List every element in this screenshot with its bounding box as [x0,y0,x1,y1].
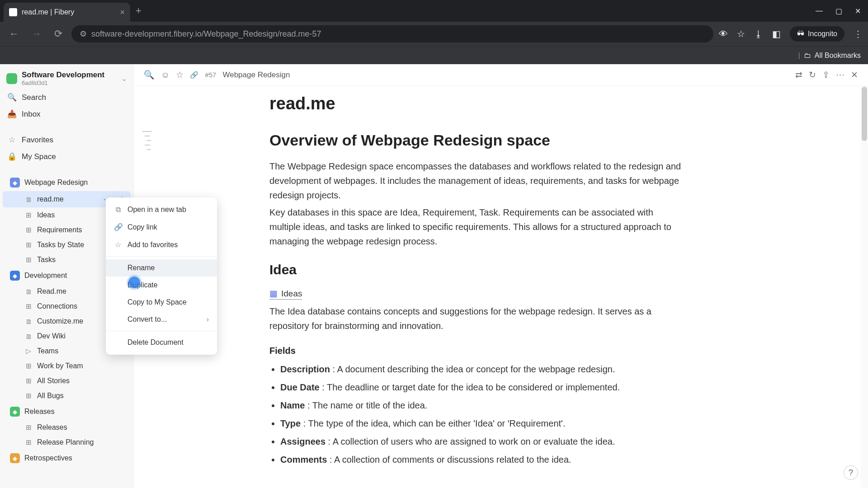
scrollbar-track[interactable] [861,86,868,488]
inbox-icon: 📥 [7,109,16,119]
search-icon[interactable]: 🔍 [144,70,155,80]
field-item[interactable]: Type : The type of the idea, which can b… [280,416,685,431]
space-name: Releases [24,408,55,416]
browser-menu-icon[interactable]: ⋮ [854,28,863,39]
expand-collapse-icon[interactable]: ⇄ [795,70,802,80]
new-tab-button[interactable]: + [136,5,142,17]
workspace-switcher[interactable]: Software Development 6ad8d3d1 ⌄ [0,64,133,89]
heading-fields[interactable]: Fields [269,346,685,356]
tree-item-label: Tasks [37,256,56,264]
space-header[interactable]: ◆Retrospectives [3,450,131,466]
browser-tab[interactable]: read.me | Fibery × [4,3,130,22]
space-header[interactable]: ◆Webpage Redesign [3,174,131,191]
grid-icon: ⊞ [24,256,33,264]
app-root: Software Development 6ad8d3d1 ⌄ 🔍Search … [0,64,868,488]
chevron-right-icon: › [207,315,209,324]
space-header[interactable]: ◆Releases [3,404,131,420]
ideas-link-label: Ideas [281,289,302,299]
heading-overview[interactable]: Overview of Webpage Redesign space [269,131,685,149]
heading-idea[interactable]: Idea [269,262,685,277]
tab-close-icon[interactable]: × [120,8,125,17]
breadcrumb[interactable]: Webpage Redesign [222,70,290,80]
grid-icon: ⊞ [24,226,33,234]
reload-icon[interactable]: ⟳ [51,26,66,42]
ideas-link[interactable]: ▦Ideas [269,288,302,300]
sidebar-inbox[interactable]: 📥Inbox [0,106,133,122]
space-icon: ◆ [10,407,20,417]
tree-item[interactable]: ⊞All Bugs [3,389,131,403]
tracking-icon[interactable]: 👁 [719,29,728,39]
tree-item-label: read.me [37,195,64,203]
tree-item[interactable]: ⊞Work by Team [3,359,131,373]
ctx-convert-to[interactable]: Convert to...› [106,311,217,328]
all-bookmarks-link[interactable]: All Bookmarks [815,52,861,60]
page-title[interactable]: read.me [269,94,685,113]
address-bar[interactable]: ⚙ software-development.fibery.io/Webpage… [71,25,713,42]
minimize-icon[interactable]: — [816,7,823,15]
tree-item[interactable]: ⊞Releases [3,420,131,435]
divider [106,331,217,331]
ctx-add-favorites[interactable]: ☆Add to favorites [106,236,217,253]
ctx-copy-link-label: Copy link [127,223,157,231]
tab-title: read.me | Fibery [22,8,74,16]
paragraph[interactable]: The Webpage Redesign space encompasses t… [269,159,685,202]
ctx-open-new-tab[interactable]: ⧉Open in a new tab [106,201,217,218]
divider [106,256,217,257]
tree-item[interactable]: ⊞All Stories [3,374,131,388]
sidebar-search[interactable]: 🔍Search [0,89,133,106]
close-window-icon[interactable]: ✕ [855,7,861,15]
sidepanel-icon[interactable]: ◧ [772,28,781,39]
field-name: Description [280,364,330,374]
back-icon[interactable]: ← [5,26,23,42]
incognito-chip[interactable]: 🕶 Incognito [790,26,844,42]
star-icon[interactable]: ☆ [176,70,184,80]
grid-icon: ⊞ [24,423,33,432]
paragraph[interactable]: Key databases in this space are Idea, Re… [269,205,685,249]
ctx-rename[interactable]: Rename [106,259,217,277]
grid-icon: ⊞ [24,362,33,370]
field-item[interactable]: Name : The name or title of the idea. [280,398,685,413]
tree-item-label: Releases [37,423,67,432]
field-desc: : The deadline or target date for the id… [320,382,620,392]
share-icon[interactable]: ⇪ [822,70,830,80]
sidebar-inbox-label: Inbox [22,110,41,119]
maximize-icon[interactable]: ▢ [835,7,842,15]
ctx-copy-myspace[interactable]: Copy to My Space [106,294,217,311]
sidebar-myspace[interactable]: 🔒My Space [0,148,133,165]
field-item[interactable]: Due Date : The deadline or target date f… [280,380,685,395]
sidebar-favorites[interactable]: ☆Favorites [0,131,133,148]
tree-item[interactable]: ⊞Release Planning [3,435,131,450]
doc-outline[interactable] [142,131,155,150]
main-panel: 🔍 ☺ ☆ 🔗 #57 Webpage Redesign ⇄ ↻ ⇪ ⋯ ✕ r… [134,64,868,488]
field-name: Name [280,400,305,410]
field-item[interactable]: Assignees : A collection of users who ar… [280,434,685,449]
star-icon: ☆ [7,135,16,145]
forward-icon[interactable]: → [28,26,45,42]
site-settings-icon[interactable]: ⚙ [80,29,87,39]
star-icon: ☆ [114,240,122,249]
ctx-copy-myspace-label: Copy to My Space [127,298,187,306]
ctx-copy-link[interactable]: 🔗Copy link [106,218,217,236]
scrollbar-thumb[interactable] [862,87,867,141]
more-icon[interactable]: ⋯ [836,70,844,80]
field-desc: : A document describing the idea or conc… [330,364,615,374]
tree-item-label: Connections [37,302,77,310]
help-button[interactable]: ? [844,465,858,480]
external-icon: ⧉ [114,206,122,214]
bookmark-star-icon[interactable]: ☆ [737,28,745,39]
grid-icon: ⊞ [24,302,33,310]
downloads-icon[interactable]: ⭳ [754,29,763,39]
close-icon[interactable]: ✕ [851,70,858,80]
ctx-delete[interactable]: Delete Document [106,334,217,351]
history-icon[interactable]: ↻ [809,70,816,80]
ctx-open-new-tab-label: Open in a new tab [127,206,186,214]
field-item[interactable]: Comments : A collection of comments or d… [280,452,685,467]
field-item[interactable]: Description : A document describing the … [280,361,685,377]
search-icon: 🔍 [7,93,16,102]
link-icon[interactable]: 🔗 [190,71,198,79]
emoji-icon[interactable]: ☺ [161,70,170,80]
folder-icon: 🗀 [804,52,811,60]
paragraph[interactable]: The Idea database contains concepts and … [269,304,685,333]
ctx-duplicate[interactable]: Duplicate [106,277,217,294]
doc-icon: 🗎 [24,333,33,340]
